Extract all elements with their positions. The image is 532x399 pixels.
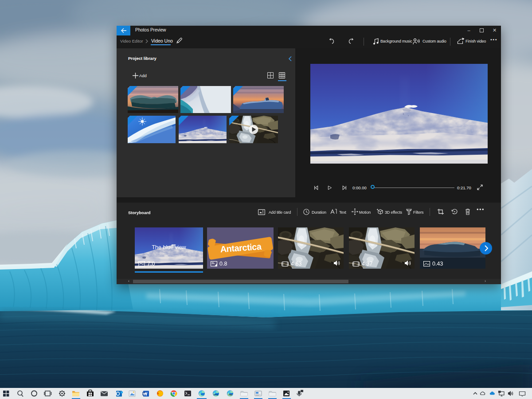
svg-text:BETA: BETA [214, 394, 219, 396]
svg-text:CAN: CAN [228, 394, 232, 396]
